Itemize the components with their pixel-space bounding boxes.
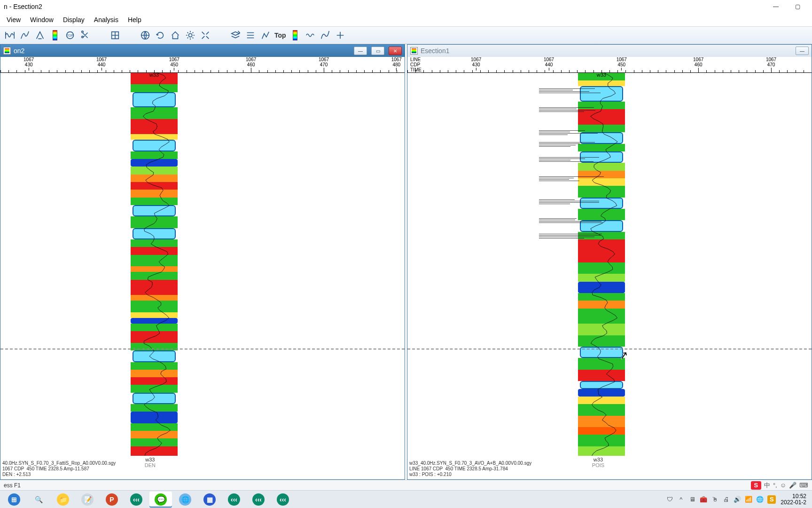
app-title: n - Esection2 [4, 3, 42, 10]
ime-item[interactable]: ⌨ [799, 482, 808, 489]
panel-readout: w33_40.0Hz.SYN_S_F0.70_3_AVO_A+B_A0.00V0… [409, 460, 531, 477]
powerpoint-icon[interactable]: P [101, 492, 123, 508]
wechat-icon[interactable]: 💬 [149, 492, 172, 508]
app-maximize-button[interactable]: ▢ [787, 0, 808, 13]
child-title-bar[interactable]: on2—▭✕ [0, 45, 405, 57]
gear-icon[interactable] [183, 28, 197, 42]
start-icon[interactable]: ⊞ [3, 492, 25, 508]
ime-item[interactable]: ☺ [780, 482, 786, 489]
peak-icon[interactable] [33, 28, 47, 42]
axis-tick: 1067460 [246, 57, 256, 71]
axis-tick: 1067450 [617, 57, 627, 71]
trace-overlay [539, 218, 605, 224]
well-attr-label: DEN [145, 462, 156, 468]
trace-overlay [539, 130, 605, 136]
axis-tick: 1067450 [169, 57, 180, 71]
curve-icon[interactable] [18, 28, 32, 42]
align-icon[interactable] [243, 28, 258, 42]
plot-area[interactable]: w33 [0, 73, 405, 456]
child-window-right: Esection1—▭✕LINE CDP TIME106743010674401… [407, 44, 812, 480]
scissors-icon[interactable] [78, 28, 92, 42]
menu-view[interactable]: View [2, 14, 25, 25]
notepad-icon[interactable]: 📝 [76, 492, 99, 508]
plot-panel[interactable]: 1067430106744010674501067460106747010674… [0, 57, 405, 479]
panel-readout: 40.0Hz.SYN_S_F0.70_3_FattiS_Rop_A0.00V0.… [2, 460, 116, 477]
child-minimize-button[interactable]: — [796, 47, 809, 55]
tray-icon-0[interactable]: 🛡 [666, 496, 673, 503]
child-maximize-button[interactable]: ▭ [371, 47, 384, 55]
trace-overlay [539, 176, 605, 182]
menu-bar: ViewWindowDisplayAnalysisHelp [0, 13, 812, 26]
system-tray[interactable]: 🛡^🖥🧰🖱🖨🔊📶🌐S [666, 495, 776, 504]
layers-edit-icon[interactable] [228, 28, 242, 42]
tray-icon-6[interactable]: 🔊 [734, 496, 741, 503]
window-icon [410, 47, 418, 55]
teal-app3-icon[interactable]: ‹‹‹ [247, 492, 270, 508]
tray-icon-2[interactable]: 🖥 [688, 496, 696, 503]
wave-thin-icon[interactable] [303, 28, 317, 42]
colorbar2-icon[interactable] [288, 28, 302, 42]
meeting-icon[interactable]: ▦ [198, 492, 221, 508]
child-window-left: on2—▭✕1067430106744010674501067460106747… [0, 44, 405, 480]
expand-icon[interactable] [198, 28, 212, 42]
ime-badge-icon[interactable]: S [751, 481, 761, 490]
search-icon[interactable]: 🔍 [27, 492, 50, 508]
wave-grid-icon[interactable] [3, 28, 17, 42]
tray-icon-8[interactable]: 🌐 [756, 496, 764, 503]
tray-icon-3[interactable]: 🧰 [700, 496, 707, 503]
svg-text:TOP: TOP [67, 34, 73, 37]
axis-tick: 1067430 [471, 57, 481, 71]
teal-app4-icon[interactable]: ‹‹‹ [272, 492, 294, 508]
curve-thin-icon[interactable] [318, 28, 332, 42]
ime-item[interactable]: 中 [764, 481, 770, 490]
plot-area[interactable]: w33 [407, 73, 812, 456]
axis-tick: 1067440 [96, 57, 107, 71]
status-hint: ess F1 [4, 482, 21, 489]
grid-icon[interactable] [108, 28, 122, 42]
axis-tick: 1067480 [391, 57, 402, 71]
top-circle-icon[interactable]: TOP [63, 28, 77, 42]
teal-app2-icon[interactable]: ‹‹‹ [223, 492, 245, 508]
tray-icon-1[interactable]: ^ [677, 496, 685, 503]
child-close-button[interactable]: ✕ [389, 47, 402, 55]
axis-tick: 1067430 [23, 57, 34, 71]
home-icon[interactable] [168, 28, 182, 42]
crosshair-horizontal [407, 349, 812, 349]
tray-icon-9[interactable]: S [767, 495, 776, 504]
clock-time: 10:52 [781, 493, 806, 500]
file-explorer-icon[interactable]: 📁 [52, 492, 74, 508]
app-title-bar: n - Esection2 — ▢ [0, 0, 812, 13]
windows-taskbar: ⊞🔍📁📝P‹‹‹💬🌐▦‹‹‹‹‹‹‹‹‹ 🛡^🖥🧰🖱🖨🔊📶🌐S 10:52 20… [0, 490, 812, 508]
menu-window[interactable]: Window [25, 14, 58, 25]
axis-tick: 1067440 [544, 57, 554, 71]
taskbar-clock[interactable]: 10:52 2022-01-2 [778, 493, 809, 506]
trace-overlay [539, 107, 605, 113]
browser-icon[interactable]: 🌐 [174, 492, 196, 508]
menu-analysis[interactable]: Analysis [89, 14, 123, 25]
axis-tick: 1067470 [319, 57, 329, 71]
tray-icon-5[interactable]: 🖨 [722, 496, 730, 503]
menu-help[interactable]: Help [123, 14, 146, 25]
child-minimize-button[interactable]: — [354, 47, 367, 55]
ime-item[interactable]: °, [773, 482, 777, 489]
colorbar-icon[interactable] [48, 28, 62, 42]
tray-icon-7[interactable]: 📶 [745, 496, 752, 503]
menu-display[interactable]: Display [58, 14, 89, 25]
ime-bar[interactable]: S 中 °, ☺ 🎤 ⌨ [751, 481, 808, 490]
well-label-bottom: w33 [145, 457, 156, 462]
top-label[interactable]: Top [273, 32, 287, 39]
tray-icon-4[interactable]: 🖱 [711, 496, 718, 503]
peak-alt-icon[interactable] [258, 28, 273, 42]
plot-panel[interactable]: LINE CDP TIME106743010674401067450106746… [407, 57, 812, 479]
axis-tick: 1067470 [766, 57, 776, 71]
ime-item[interactable]: 🎤 [789, 482, 796, 489]
globe-icon[interactable] [138, 28, 152, 42]
well-label-bottom: w33 [592, 457, 604, 462]
child-title-bar[interactable]: Esection1—▭✕ [407, 45, 812, 57]
plus-icon[interactable] [333, 28, 347, 42]
teal-app-icon[interactable]: ‹‹‹ [125, 492, 148, 508]
app-minimize-button[interactable]: — [765, 0, 787, 13]
mdi-area: on2—▭✕1067430106744010674501067460106747… [0, 44, 812, 480]
child-title-text: Esection1 [421, 47, 449, 55]
refresh-icon[interactable] [153, 28, 167, 42]
